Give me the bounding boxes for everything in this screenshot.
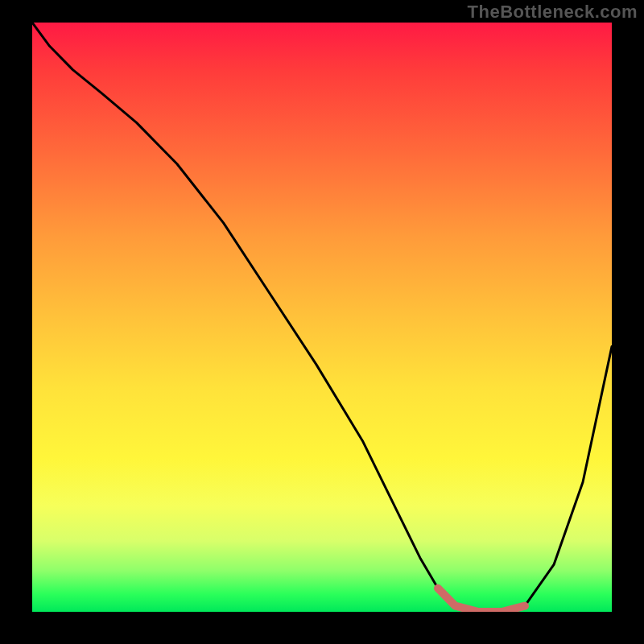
chart-svg xyxy=(32,23,612,612)
watermark-text: TheBottleneck.com xyxy=(468,2,638,23)
chart-frame: TheBottleneck.com xyxy=(0,0,644,644)
highlight-band xyxy=(438,588,525,612)
bottleneck-curve xyxy=(32,23,612,612)
plot-area xyxy=(32,23,612,612)
